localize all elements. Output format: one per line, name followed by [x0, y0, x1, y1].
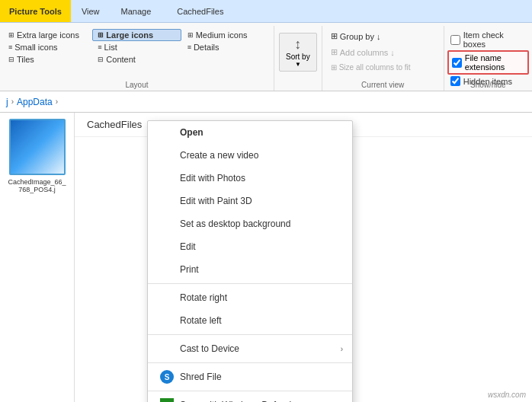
ctx-create-video-label: Create a new video — [180, 150, 258, 161]
ctx-sep-3 — [148, 362, 352, 363]
view-tab[interactable]: View — [71, 0, 111, 22]
sort-by-btn[interactable]: ↕ Sort by ▼ — [279, 33, 317, 72]
open-icon — [160, 126, 174, 139]
rotate-left-icon — [160, 314, 174, 327]
medium-icons-btn[interactable]: ⊞ Medium icons — [182, 29, 271, 41]
file-name-extensions-label: File name extensions — [465, 53, 524, 72]
file-area: CachedImage_66_768_POS4.j — [0, 113, 75, 402]
showhide-label: Show/hide — [444, 81, 532, 89]
ctx-open-label: Open — [180, 127, 204, 138]
layout-label: Layout — [0, 81, 274, 89]
ctx-edit[interactable]: Edit — [148, 235, 352, 258]
ctx-cast-device-label: Cast to Device — [180, 343, 239, 354]
ctx-cast-device[interactable]: Cast to Device › — [148, 337, 352, 360]
set-desktop-icon — [160, 217, 174, 231]
ctx-rotate-right-label: Rotate right — [180, 292, 227, 303]
edit-paint3d-icon — [160, 194, 174, 208]
ribbon: ⊞ Extra large icons ⊞ Large icons ⊞ Medi… — [0, 23, 532, 91]
main-area: CachedImage_66_768_POS4.j CachedFiles Op… — [0, 113, 532, 402]
manage-tab[interactable]: Manage — [111, 0, 162, 22]
address-crumb-j[interactable]: j — [6, 97, 8, 107]
large-icons-btn[interactable]: ⊞ Large icons — [92, 29, 181, 41]
size-all-columns-btn[interactable]: ⊞ Size all columns to fit — [325, 61, 441, 74]
window-title: CachedFiles — [162, 7, 532, 16]
rotate-right-icon — [160, 291, 174, 305]
ctx-print[interactable]: Print — [148, 258, 352, 281]
ctx-set-desktop-label: Set as desktop background — [180, 219, 290, 229]
ctx-edit-paint3d[interactable]: Edit with Paint 3D — [148, 190, 352, 212]
ctx-rotate-left[interactable]: Rotate left — [148, 309, 352, 332]
ctx-scan-defender[interactable]: ✓ Scan with Windows Defender... — [148, 394, 352, 402]
edit-icon — [160, 240, 174, 254]
sort-by-area: ↕ Sort by ▼ — [274, 26, 322, 91]
tiles-btn[interactable]: ⊟ Tiles — [3, 53, 91, 65]
layout-row-2: ≡ Small icons ≡ List ≡ Details — [3, 41, 271, 53]
showhide-section: Item check boxes File name extensions Hi… — [444, 26, 532, 91]
group-by-btn[interactable]: ⊞ Group by ↓ — [325, 29, 441, 43]
ctx-rotate-right[interactable]: Rotate right — [148, 286, 352, 309]
list-btn[interactable]: ≡ List — [92, 41, 181, 53]
ctx-sep-1 — [148, 283, 352, 284]
ctx-open[interactable]: Open — [148, 121, 352, 144]
extra-large-icons-btn[interactable]: ⊞ Extra large icons — [3, 29, 91, 41]
ctx-edit-photos-label: Edit with Photos — [180, 173, 245, 183]
cast-device-arrow: › — [341, 345, 343, 353]
ctx-shred-file-label: Shred File — [180, 372, 222, 382]
item-checkboxes-label: Item check boxes — [463, 30, 526, 49]
create-video-icon — [160, 148, 174, 162]
title-bar: Picture Tools View Manage CachedFiles — [0, 0, 532, 23]
watermark: wsxdn.com — [488, 391, 526, 399]
thumbnail-image — [11, 120, 64, 174]
item-checkboxes-checkbox[interactable] — [450, 35, 460, 45]
print-icon — [160, 263, 174, 276]
right-area: CachedFiles Open Create a new video Edit… — [75, 113, 532, 402]
current-view-section: ⊞ Group by ↓ ⊞ Add columns ↓ ⊞ Size all … — [322, 26, 444, 91]
current-view-label: Current view — [322, 81, 444, 89]
layout-row-3: ⊟ Tiles ⊟ Content — [3, 53, 271, 65]
layout-row-1: ⊞ Extra large icons ⊞ Large icons ⊞ Medi… — [3, 29, 271, 41]
edit-photos-icon — [160, 171, 174, 185]
file-name-extensions-row: File name extensions — [447, 50, 529, 75]
add-columns-btn[interactable]: ⊞ Add columns ↓ — [325, 45, 441, 59]
ctx-edit-paint3d-label: Edit with Paint 3D — [180, 196, 252, 206]
ctx-edit-photos[interactable]: Edit with Photos — [148, 167, 352, 190]
shred-file-icon: S — [160, 370, 174, 384]
cast-device-icon — [160, 342, 174, 356]
file-name-label: CachedImage_66_768_POS4.j — [7, 178, 68, 193]
address-bar: j › AppData › — [0, 91, 532, 113]
small-icons-btn[interactable]: ≡ Small icons — [3, 41, 91, 53]
content-btn[interactable]: ⊟ Content — [92, 53, 181, 65]
ctx-rotate-left-label: Rotate left — [180, 315, 222, 326]
ctx-sep-4 — [148, 391, 352, 391]
picture-tools-tab[interactable]: Picture Tools — [0, 0, 71, 22]
ctx-edit-label: Edit — [180, 241, 196, 252]
scan-defender-icon: ✓ — [160, 398, 174, 402]
item-checkboxes-row: Item check boxes — [447, 29, 529, 50]
ctx-sep-2 — [148, 334, 352, 335]
ctx-set-desktop[interactable]: Set as desktop background — [148, 212, 352, 235]
file-name-extensions-checkbox[interactable] — [452, 58, 462, 68]
details-btn[interactable]: ≡ Details — [182, 41, 271, 53]
ctx-create-video[interactable]: Create a new video — [148, 144, 352, 167]
ctx-shred-file[interactable]: S Shred File — [148, 365, 352, 388]
layout-section: ⊞ Extra large icons ⊞ Large icons ⊞ Medi… — [0, 26, 274, 91]
context-menu: Open Create a new video Edit with Photos… — [147, 120, 353, 402]
file-thumbnail[interactable] — [9, 119, 66, 175]
ctx-print-label: Print — [180, 264, 199, 275]
address-crumb-appdata[interactable]: AppData — [17, 97, 53, 107]
